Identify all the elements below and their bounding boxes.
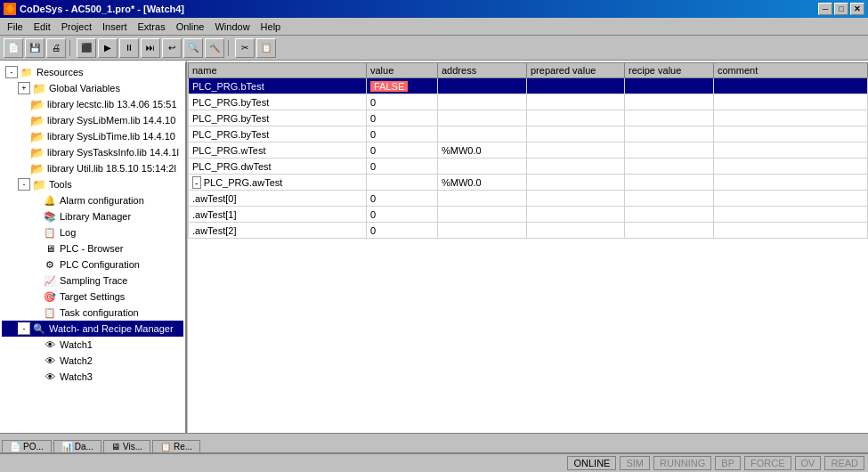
- table-row[interactable]: PLC_PRG.byTest0: [189, 110, 868, 126]
- toolbar-sep-2: [228, 40, 231, 56]
- menu-online[interactable]: Online: [171, 20, 210, 34]
- table-row[interactable]: PLC_PRG.wTest0%MW0.0: [189, 142, 868, 159]
- cell-recipe-value: [625, 175, 714, 191]
- tree-watch-recipe[interactable]: - 🔍 Watch- and Recipe Manager: [2, 321, 183, 337]
- menu-help[interactable]: Help: [256, 20, 287, 34]
- cell-comment: [714, 175, 868, 191]
- cell-recipe-value: [625, 223, 714, 239]
- menu-file[interactable]: File: [2, 20, 28, 34]
- minimize-button[interactable]: ─: [818, 3, 832, 15]
- tab-vis[interactable]: 🖥 Vis...: [103, 440, 150, 452]
- cell-recipe-value: [625, 78, 714, 94]
- cell-name: PLC_PRG.byTest: [189, 110, 367, 126]
- table-row[interactable]: PLC_PRG.byTest0: [189, 94, 868, 110]
- tab-re[interactable]: 📋 Re...: [152, 440, 200, 452]
- watch3-icon: 👁: [43, 370, 57, 384]
- status-ov: OV: [795, 456, 822, 470]
- tree-task-config[interactable]: 📋 Task configuration: [2, 305, 183, 321]
- tree-tools[interactable]: - 📁 Tools: [2, 176, 183, 192]
- print-button[interactable]: 🖨: [46, 38, 66, 58]
- build-button[interactable]: 🔨: [205, 38, 224, 58]
- tree-alarm[interactable]: 🔔 Alarm configuration: [2, 192, 183, 208]
- po-icon: 📄: [10, 442, 20, 452]
- tree-target-settings[interactable]: 🎯 Target Settings: [2, 289, 183, 305]
- cell-value: FALSE: [367, 78, 438, 94]
- menu-edit[interactable]: Edit: [28, 20, 56, 34]
- expand-resources[interactable]: -: [5, 66, 18, 78]
- table-row[interactable]: .awTest[1]0: [189, 207, 868, 223]
- table-row[interactable]: -PLC_PRG.awTest%MW0.0: [189, 175, 868, 191]
- tree-lib2[interactable]: 📂 library SysLibMem.lib 14.4.10: [2, 112, 183, 128]
- close-button[interactable]: ✕: [850, 3, 864, 15]
- table-row[interactable]: PLC_PRG.dwTest0: [189, 159, 868, 175]
- cell-comment: [714, 223, 868, 239]
- cut-button[interactable]: ✂: [235, 38, 255, 58]
- save-button[interactable]: 💾: [25, 38, 45, 58]
- menu-extras[interactable]: Extras: [132, 20, 170, 34]
- tree-lib4[interactable]: 📂 library SysTasksInfo.lib 14.4.1l: [2, 144, 183, 160]
- tree-library-mgr[interactable]: 📚 Library Manager: [2, 208, 183, 224]
- lib5-icon: 📂: [30, 161, 45, 175]
- tree-lib5[interactable]: 📂 library Util.lib 18.5.10 15:14:2l: [2, 160, 183, 176]
- tab-po[interactable]: 📄 PO...: [2, 440, 52, 452]
- col-prepared-value: prepared value: [527, 63, 625, 78]
- target-settings-label: Target Settings: [60, 291, 125, 302]
- col-comment: comment: [714, 63, 868, 78]
- tree-global-vars[interactable]: + 📁 Global Variables: [2, 80, 183, 96]
- log-label: Log: [60, 227, 76, 238]
- cell-prepared-value: [527, 175, 625, 191]
- menu-insert[interactable]: Insert: [97, 20, 133, 34]
- run-button[interactable]: ▶: [98, 38, 118, 58]
- tree-sampling-trace[interactable]: 📈 Sampling Trace: [2, 273, 183, 289]
- cell-recipe-value: [625, 142, 714, 159]
- table-row[interactable]: PLC_PRG.byTest0: [189, 126, 868, 142]
- tree-lib3[interactable]: 📂 library SysLibTime.lib 14.4.10: [2, 128, 183, 144]
- tools-label: Tools: [49, 179, 72, 190]
- expand-global-vars[interactable]: +: [18, 82, 30, 94]
- watch-panel: name value address prepared value recipe…: [187, 61, 868, 433]
- da-label: Da...: [75, 442, 93, 452]
- menu-window[interactable]: Window: [209, 20, 255, 34]
- cell-name: -PLC_PRG.awTest: [189, 175, 367, 191]
- tree-plc-browser[interactable]: 🖥 PLC - Browser: [2, 240, 183, 256]
- alarm-label: Alarm configuration: [60, 195, 144, 206]
- debug-button[interactable]: 🔍: [183, 38, 203, 58]
- status-running: RUNNING: [653, 456, 711, 470]
- maximize-button[interactable]: □: [834, 3, 848, 15]
- window-title: CoDeSys - AC500_1.pro* - [Watch4]: [20, 4, 184, 14]
- cell-address: [438, 159, 527, 175]
- cell-comment: [714, 94, 868, 110]
- table-row[interactable]: .awTest[0]0: [189, 191, 868, 207]
- tree-watch2[interactable]: 👁 Watch2: [2, 353, 183, 369]
- tree-root-resources[interactable]: - 📁 Resources: [2, 64, 183, 80]
- table-row[interactable]: .awTest[2]0: [189, 223, 868, 239]
- step-button[interactable]: ⏭: [141, 38, 160, 58]
- re-label: Re...: [174, 442, 192, 452]
- tab-da[interactable]: 📊 Da...: [53, 440, 101, 452]
- new-button[interactable]: 📄: [4, 38, 23, 58]
- plc-config-icon: ⚙: [43, 257, 57, 272]
- menu-project[interactable]: Project: [56, 20, 97, 34]
- cell-comment: [714, 142, 868, 159]
- tree-lib1[interactable]: 📂 library lecstc.lib 13.4.06 15:51: [2, 96, 183, 112]
- stop-button[interactable]: ⬛: [77, 38, 96, 58]
- tree-watch1[interactable]: 👁 Watch1: [2, 337, 183, 353]
- lib3-icon: 📂: [30, 129, 45, 143]
- expand-icon[interactable]: -: [192, 176, 201, 189]
- table-row[interactable]: PLC_PRG.bTestFALSE: [189, 78, 868, 94]
- cell-name: PLC_PRG.wTest: [189, 142, 367, 159]
- resource-tree-panel: - 📁 Resources + 📁 Global Variables 📂 lib…: [0, 61, 187, 433]
- pause-button[interactable]: ⏸: [119, 38, 139, 58]
- cell-recipe-value: [625, 207, 714, 223]
- cell-prepared-value: [527, 159, 625, 175]
- tree-plc-config[interactable]: ⚙ PLC Configuration: [2, 256, 183, 273]
- cell-prepared-value: [527, 223, 625, 239]
- tree-watch3[interactable]: 👁 Watch3: [2, 369, 183, 385]
- paste-button[interactable]: 📋: [256, 38, 276, 58]
- col-address: address: [438, 63, 527, 78]
- expand-tools[interactable]: -: [18, 178, 30, 191]
- cell-address: [438, 94, 527, 110]
- tree-log[interactable]: 📋 Log: [2, 224, 183, 240]
- reset-button[interactable]: ↩: [162, 38, 182, 58]
- expand-watch-recipe[interactable]: -: [18, 322, 30, 335]
